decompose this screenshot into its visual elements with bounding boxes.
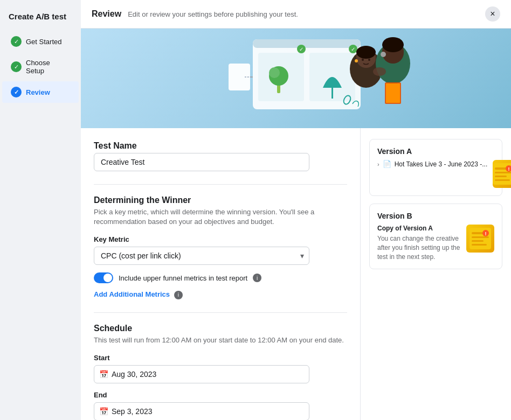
header: Review Edit or review your settings befo… [81,0,511,29]
version-a-title: Version A [377,147,494,156]
add-metrics-info-icon[interactable]: i [174,291,183,299]
svg-text:!: ! [508,166,510,172]
version-b-card: Version B Copy of Version A You can chan… [369,204,502,269]
main-panel: Review Edit or review your settings befo… [81,0,511,420]
add-metrics-row: Add Additional Metrics i [94,290,347,299]
version-a-item[interactable]: › 📄 Hot Takes Live 3 - June 2023 -... [377,160,487,168]
sidebar: Create A/B test ✓ Get Started ✓ Choose S… [0,0,81,420]
test-name-input[interactable] [94,153,309,171]
key-metric-label: Key Metric [94,235,347,243]
version-a-card: Version A › 📄 Hot Takes Live 3 - June 20… [369,139,502,196]
version-b-subtitle: Copy of Version A [377,225,461,232]
svg-point-23 [382,37,404,52]
winner-title: Determining the Winner [94,195,347,205]
svg-text:✓: ✓ [351,46,355,52]
version-a-thumbnail: ! [493,160,511,188]
test-name-group: Test Name [94,141,347,171]
svg-point-16 [356,46,376,59]
svg-rect-12 [229,64,250,90]
end-date-wrapper: 📅 [94,402,309,420]
content-area: Test Name Determining the Winner Pick a … [81,128,511,420]
svg-rect-39 [472,244,487,246]
schedule-group: Schedule This test will run from 12:00 A… [94,324,347,420]
winner-subtitle: Pick a key metric, which will determine … [94,207,347,227]
svg-text:✓: ✓ [299,46,303,52]
key-metric-select[interactable]: CPC (cost per link click) CPM (cost per … [94,247,309,265]
close-button[interactable]: × [485,6,500,22]
svg-point-19 [355,59,358,62]
content-right: Version A › 📄 Hot Takes Live 3 - June 20… [360,128,511,420]
svg-point-25 [373,67,386,76]
sidebar-item-review[interactable]: ✓ Review [2,81,79,103]
version-a-inner: › 📄 Hot Takes Live 3 - June 2023 -... [377,160,494,188]
upper-funnel-toggle[interactable] [94,272,113,283]
upper-funnel-info-icon[interactable]: i [253,274,261,282]
sidebar-item-label: Review [26,88,50,96]
version-a-name: Hot Takes Live 3 - June 2023 -... [395,160,488,168]
banner-illustration: ✓ ✓ [81,29,511,128]
version-b-thumbnail: ! [466,225,494,253]
start-date-wrapper: 📅 [94,365,309,383]
version-b-description: You can change the creative after you fi… [377,234,461,261]
schedule-description: This test will run from 12:00 AM on your… [94,335,347,345]
svg-point-5 [269,67,280,78]
svg-rect-31 [495,176,507,177]
banner-image: ✓ ✓ [81,29,511,128]
version-b-title: Version B [377,212,494,220]
choose-setup-check-icon: ✓ [11,61,22,72]
end-date-input[interactable] [94,402,309,420]
sidebar-item-choose-setup[interactable]: ✓ Choose Setup [2,53,79,80]
sidebar-item-label: Get Started [26,38,61,46]
start-label: Start [94,354,347,362]
divider-1 [94,184,347,185]
get-started-check-icon: ✓ [11,36,22,47]
start-date-input[interactable] [94,365,309,383]
svg-rect-32 [495,179,510,181]
svg-point-18 [368,59,370,61]
test-name-title: Test Name [94,141,347,151]
header-subtitle: Edit or review your settings before publ… [128,10,479,18]
winner-group: Determining the Winner Pick a key metric… [94,195,347,299]
version-a-content: › 📄 Hot Takes Live 3 - June 2023 -... [377,160,487,168]
schedule-title: Schedule [94,324,347,333]
version-b-content: Copy of Version A You can change the cre… [377,225,461,261]
upper-funnel-label: Include upper funnel metrics in test rep… [119,274,247,282]
sidebar-item-get-started[interactable]: ✓ Get Started [2,31,79,52]
svg-rect-27 [386,83,400,103]
end-label: End [94,391,347,399]
svg-rect-1 [253,39,361,48]
content-left: Test Name Determining the Winner Pick a … [81,128,360,420]
chevron-right-icon: › [377,161,379,167]
toggle-row-upper-funnel: Include upper funnel metrics in test rep… [94,272,347,299]
review-check-icon: ✓ [11,87,22,97]
key-metric-select-wrapper: CPC (cost per link click) CPM (cost per … [94,247,309,265]
svg-point-24 [381,52,386,57]
header-title: Review [92,9,121,19]
sidebar-item-label: Choose Setup [26,59,70,75]
svg-rect-38 [472,240,484,242]
start-calendar-icon: 📅 [99,370,108,379]
sidebar-title: Create A/B test [0,6,81,30]
svg-rect-30 [495,172,511,173]
add-metrics-link[interactable]: Add Additional Metrics [94,290,170,298]
end-calendar-icon: 📅 [99,407,108,416]
svg-text:!: ! [485,231,487,236]
version-b-inner: Copy of Version A You can change the cre… [377,225,494,261]
divider-2 [94,312,347,313]
svg-point-17 [362,59,364,61]
svg-rect-7 [332,88,333,99]
doc-icon: 📄 [383,160,391,168]
upper-funnel-toggle-row: Include upper funnel metrics in test rep… [94,272,347,283]
svg-rect-37 [472,236,489,238]
